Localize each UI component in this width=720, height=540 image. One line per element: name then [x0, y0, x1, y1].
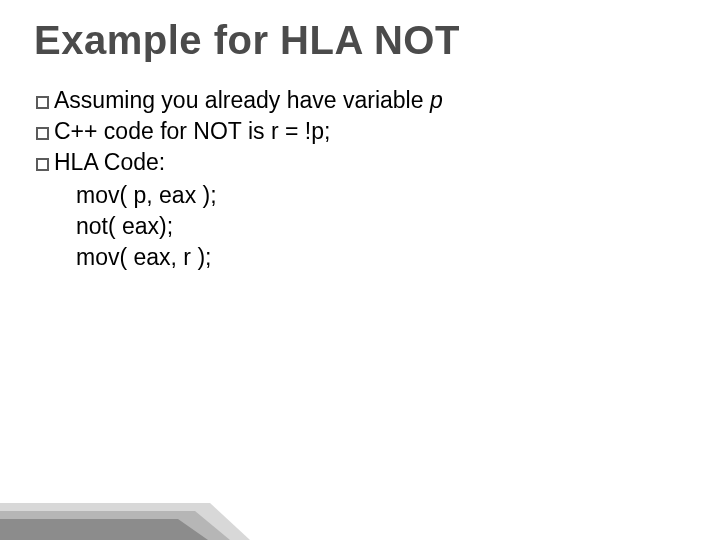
bullet-text: HLA Code:	[54, 147, 165, 178]
slide: Example for HLA NOT Assuming you already…	[0, 0, 720, 540]
square-bullet-icon	[36, 96, 49, 109]
code-block: mov( p, eax ); not( eax); mov( eax, r );	[76, 180, 686, 273]
bullet-item: Assuming you already have variable p	[36, 85, 686, 116]
bullet-item: HLA Code:	[36, 147, 686, 178]
svg-marker-0	[0, 503, 250, 540]
svg-marker-1	[0, 511, 230, 540]
bullet-text: Assuming you already have variable p	[54, 85, 443, 116]
slide-body: Assuming you already have variable p C++…	[34, 85, 686, 273]
square-bullet-icon	[36, 158, 49, 171]
code-line: mov( eax, r );	[76, 242, 686, 273]
bullet-item: C++ code for NOT is r = !p;	[36, 116, 686, 147]
bullet-text: C++ code for NOT is r = !p;	[54, 116, 330, 147]
square-bullet-icon	[36, 127, 49, 140]
corner-accent-icon	[0, 475, 250, 540]
bullet-text-prefix: Assuming you already have variable	[54, 87, 430, 113]
slide-title: Example for HLA NOT	[34, 18, 686, 63]
code-line: not( eax);	[76, 211, 686, 242]
code-line: mov( p, eax );	[76, 180, 686, 211]
bullet-text-italic: p	[430, 87, 443, 113]
svg-marker-2	[0, 519, 208, 540]
